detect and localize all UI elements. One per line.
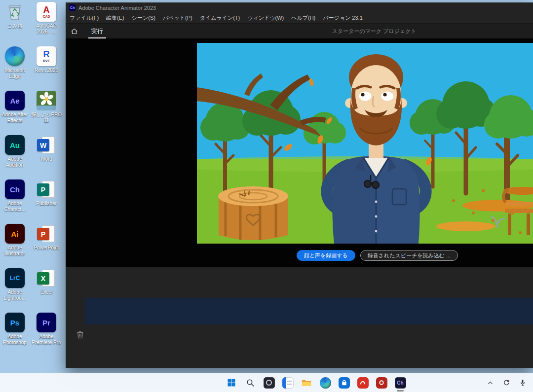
search-button[interactable]: [244, 376, 257, 389]
edge-button[interactable]: [319, 376, 332, 389]
desktop-icon-label: Adobe Lightroo...: [0, 289, 31, 301]
project-title: スターターのマーク プロジェクト: [332, 28, 416, 35]
menu-bar: ファイル(F) 編集(E) シーン(S) パペット(P) タイムライン(T) ウ…: [66, 13, 533, 24]
photo-app-icon: [37, 91, 56, 110]
title-bar[interactable]: Ch Adobe Character Animator 2023: [66, 2, 533, 13]
tray-chevron-up-icon[interactable]: [486, 378, 495, 387]
character-animator-icon: Ch: [5, 179, 25, 199]
app-badge-icon: Ch: [69, 4, 76, 11]
desktop-icon-label: AutoCAD 2026 - ...: [31, 23, 62, 35]
windows-logo-icon: [227, 378, 236, 388]
desktop-icon-label: Microsoft Edge: [0, 68, 31, 79]
taskbar-app-notes[interactable]: [281, 376, 294, 389]
start-button[interactable]: [225, 376, 238, 389]
desktop-icon-label: Adobe Premiere Pro: [31, 334, 62, 345]
menu-timeline[interactable]: タイムライン(T): [200, 14, 240, 22]
trash-button[interactable]: [76, 329, 84, 339]
desktop-icon-label: Adobe Illustrator: [0, 245, 31, 256]
red-app-icon-1: [357, 377, 369, 389]
taskbar-app-red-1[interactable]: [356, 376, 369, 389]
edge-icon: [5, 46, 25, 66]
menu-window[interactable]: ウィンドウ(W): [247, 14, 284, 22]
desktop-icon-label: ごみ箱: [7, 23, 22, 29]
timeline-track[interactable]: [85, 298, 533, 324]
desktop-icon-edge[interactable]: Microsoft Edge: [0, 46, 31, 79]
word-icon: W: [37, 135, 56, 155]
desktop-icon-powerpoint[interactable]: P PowerPoint: [31, 224, 62, 251]
desktop-icon-after-effects[interactable]: Ae Adobe After Effects: [0, 91, 31, 123]
desktop-icon-label: PowerPoint: [34, 245, 59, 251]
desktop-icon-recycle-bin[interactable]: ごみ箱: [0, 2, 31, 29]
desktop-icon-label: Adobe Audition: [0, 156, 31, 168]
window-title: Adobe Character Animator 2023: [78, 5, 156, 11]
desktop-icon-revit[interactable]: R RVT Revit 2026: [31, 46, 62, 73]
excel-icon: X: [37, 268, 56, 288]
powerpoint-icon: P: [37, 224, 56, 244]
tray-sync-icon[interactable]: [502, 378, 511, 387]
home-icon: [71, 28, 78, 35]
desktop-icon-premiere-pro[interactable]: Pr Adobe Premiere Pro: [31, 313, 62, 345]
scene-illustration: [197, 43, 533, 244]
desktop-icon-publisher[interactable]: P Publisher: [31, 179, 62, 207]
desktop-icon-photoshop[interactable]: Ps Adobe Photoshop: [0, 313, 31, 345]
desktop-icon-autocad[interactable]: A CAD AutoCAD 2026 - ...: [31, 2, 62, 35]
desktop-icon-audition[interactable]: Au Adobe Audition: [0, 135, 31, 168]
character-animator-window: Ch Adobe Character Animator 2023 ファイル(F)…: [66, 2, 533, 368]
home-button[interactable]: [66, 24, 82, 38]
taskbar: Ch: [0, 373, 533, 392]
premiere-pro-icon: Pr: [37, 313, 56, 332]
taskbar-tray: [486, 373, 527, 392]
recycle-bin-icon: [5, 2, 25, 22]
character-animator-icon: Ch: [395, 377, 406, 389]
desktop-icon-label: Revit 2026: [35, 68, 58, 73]
microsoft-store-button[interactable]: [338, 376, 350, 389]
scene-view[interactable]: [197, 43, 533, 244]
menu-help[interactable]: ヘルプ(H): [291, 14, 315, 22]
microphone-icon: [519, 379, 527, 387]
desktop-icon-illustrator[interactable]: Ai Adobe Illustrator: [0, 224, 31, 256]
red-app-icon-2: [376, 377, 387, 389]
desktop-icon-label: Publisher: [36, 201, 57, 207]
desktop-icon-label: Adobe Photoshop: [0, 334, 31, 345]
taskbar-center: Ch: [225, 373, 407, 392]
search-icon: [246, 378, 255, 388]
lightroom-icon: LrC: [5, 268, 25, 288]
trash-icon: [76, 330, 84, 339]
file-explorer-button[interactable]: [300, 376, 313, 389]
store-icon: [339, 377, 350, 389]
tab-bar: 実行 スターターのマーク プロジェクト: [66, 24, 533, 39]
revit-icon: R RVT: [37, 46, 56, 66]
timeline-panel: [66, 267, 533, 368]
menu-edit[interactable]: 編集(E): [106, 14, 124, 22]
version-label: バージョン 23.1: [323, 14, 363, 22]
menu-scene[interactable]: シーン(S): [132, 14, 155, 22]
running-app-indicator: [397, 390, 404, 392]
taskbar-app-dark[interactable]: [263, 376, 275, 389]
notes-app-icon: [282, 377, 294, 389]
character-animator-taskbar-button[interactable]: Ch: [394, 376, 407, 389]
edge-icon: [320, 377, 331, 389]
desktop-icon-label: Adobe After Effects: [0, 112, 31, 123]
desktop-icon-character-animator[interactable]: Ch Adobe Charact...: [0, 179, 31, 212]
menu-puppet[interactable]: パペット(P): [163, 14, 192, 22]
tray-microphone-icon[interactable]: [518, 378, 527, 387]
folder-icon: [301, 377, 312, 388]
desktop-icon-excel[interactable]: X Excel: [31, 268, 62, 295]
dark-app-icon: [264, 377, 275, 389]
photoshop-icon: Ps: [5, 313, 25, 332]
load-recorded-speech-button[interactable]: 録音されたスピーチを読み込む ...: [360, 250, 458, 261]
desktop-icon-lightroom[interactable]: LrC Adobe Lightroo...: [0, 268, 31, 301]
desktop-icon-word[interactable]: W Word: [31, 135, 62, 162]
illustrator-icon: Ai: [5, 224, 25, 244]
tab-perform[interactable]: 実行: [88, 24, 106, 38]
menu-file[interactable]: ファイル(F): [70, 14, 99, 22]
autocad-icon: A CAD: [37, 2, 56, 22]
taskbar-app-red-2[interactable]: [375, 376, 388, 389]
desktop-icon-photo-app[interactable]: 探しようPRO 11: [31, 91, 62, 123]
desktop-icon-label: Excel: [40, 289, 52, 295]
record-face-voice-button[interactable]: 顔と声を録画する: [297, 250, 355, 261]
desktop-icon-label: Word: [40, 156, 52, 162]
publisher-icon: P: [37, 179, 56, 199]
after-effects-icon: Ae: [5, 91, 25, 110]
stage-buttons: 顔と声を録画する 録音されたスピーチを読み込む ...: [209, 250, 533, 261]
